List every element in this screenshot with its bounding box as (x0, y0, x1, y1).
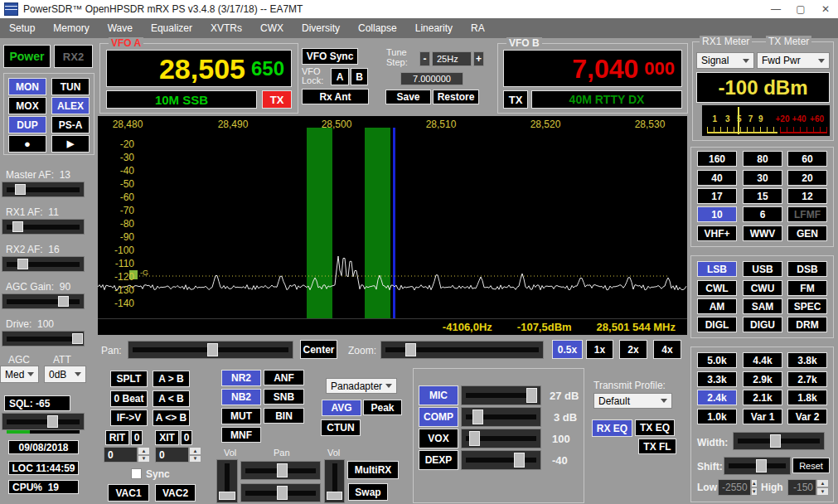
filter-1k-button[interactable]: 1.0k (697, 409, 737, 424)
mut-button[interactable]: MUT (221, 408, 261, 424)
comp-button[interactable]: COMP (419, 407, 458, 427)
spin-up-icon[interactable]: ▲ (816, 479, 829, 487)
tune-step-minus-button[interactable]: - (419, 51, 430, 66)
spin-up-icon[interactable]: ▲ (189, 447, 201, 455)
zoom-4x-button[interactable]: 4x (653, 340, 681, 359)
rit-button[interactable]: RIT (105, 430, 129, 445)
restore-button[interactable]: Restore (433, 90, 479, 104)
band-6-button[interactable]: 6 (743, 206, 782, 222)
menu-memory[interactable]: Memory (44, 18, 98, 38)
power-button[interactable]: Power (3, 45, 51, 68)
mode-usb-button[interactable]: USB (743, 261, 782, 277)
menu-ra[interactable]: RA (462, 18, 494, 38)
comp-slider[interactable] (461, 407, 541, 427)
alex-button[interactable]: ALEX (51, 97, 90, 114)
mode-lsb-button[interactable]: LSB (697, 261, 737, 277)
a-to-b-button[interactable]: A > B (153, 371, 190, 387)
filter-38k-button[interactable]: 3.8k (787, 352, 827, 368)
mode-dsb-button[interactable]: DSB (787, 261, 827, 277)
tx-eq-button[interactable]: TX EQ (635, 419, 675, 436)
pan-slider[interactable] (128, 341, 293, 359)
dexp-slider[interactable] (461, 450, 541, 470)
spin-down-icon[interactable]: ▼ (138, 455, 150, 463)
pan2-slider[interactable] (240, 483, 321, 502)
spin-up-icon[interactable]: ▲ (138, 447, 150, 455)
zoom-2x-button[interactable]: 2x (619, 340, 647, 359)
tx-meter-select[interactable]: Fwd Pwr (757, 52, 830, 69)
mon-button[interactable]: MON (8, 78, 46, 95)
mode-sam-button[interactable]: SAM (743, 298, 782, 314)
vol1-slider[interactable] (216, 459, 238, 503)
minimize-button[interactable]: — (763, 0, 788, 18)
menu-linearity[interactable]: Linearity (406, 18, 462, 38)
band-10-button[interactable]: 10 (697, 206, 737, 222)
width-slider[interactable] (733, 432, 825, 450)
psa-button[interactable]: PS-A (51, 116, 90, 133)
nb2-button[interactable]: NB2 (221, 389, 261, 405)
pan1-slider[interactable] (240, 461, 321, 480)
band-12-button[interactable]: 12 (787, 188, 827, 204)
save-button[interactable]: Save (385, 90, 431, 104)
mode-fm-button[interactable]: FM (787, 280, 827, 296)
sync-checkbox[interactable] (131, 468, 142, 479)
spin-down-icon[interactable]: ▼ (751, 487, 758, 496)
filter-var1-button[interactable]: Var 1 (743, 409, 782, 424)
spin-down-icon[interactable]: ▼ (816, 487, 829, 496)
shift-reset-button[interactable]: Reset (792, 458, 830, 473)
drive-slider[interactable] (2, 331, 85, 346)
vfo-a-tx-button[interactable]: TX (262, 90, 292, 109)
transmit-profile-select[interactable]: Default (593, 393, 672, 409)
if-to-vfo-button[interactable]: IF->V (110, 410, 148, 426)
vfo-a-frequency-display[interactable]: 28,505 650 (106, 50, 292, 87)
display-mode-select[interactable]: Panadapter (326, 378, 397, 394)
ctun-button[interactable]: CTUN (321, 419, 361, 436)
filter-5k-button[interactable]: 5.0k (697, 352, 737, 368)
xit-spinner[interactable]: 0 ▲▼ (155, 447, 201, 463)
avg-button[interactable]: AVG (322, 400, 361, 416)
split-button[interactable]: SPLT (110, 371, 148, 387)
band-wwv-button[interactable]: WWV (743, 225, 782, 241)
a-swap-b-button[interactable]: A <> B (153, 410, 190, 426)
band-vhf-button[interactable]: VHF+ (697, 225, 737, 241)
rx2-button[interactable]: RX2 (54, 45, 93, 68)
spin-up-icon[interactable]: ▲ (751, 479, 758, 487)
panadapter-display[interactable]: -G 28,480 28,490 28,500 28,510 28,520 28… (98, 116, 687, 335)
menu-cwx[interactable]: CWX (251, 18, 293, 38)
menu-xvtrs[interactable]: XVTRs (201, 18, 251, 38)
shift-slider[interactable] (724, 457, 791, 475)
zoom-05x-button[interactable]: 0.5x (552, 340, 583, 359)
filter-low-spinner[interactable]: -2550 ▲▼ (718, 479, 757, 496)
filter-var2-button[interactable]: Var 2 (787, 409, 827, 424)
zoom-1x-button[interactable]: 1x (586, 340, 613, 359)
mode-am-button[interactable]: AM (697, 298, 737, 314)
rx1-af-slider[interactable] (2, 219, 85, 235)
close-button[interactable]: ✕ (813, 0, 838, 18)
tx-fl-button[interactable]: TX FL (638, 439, 676, 454)
menu-diversity[interactable]: Diversity (293, 18, 349, 38)
mode-digl-button[interactable]: DIGL (697, 317, 737, 332)
agc-select[interactable]: Med (0, 366, 39, 383)
band-17-button[interactable]: 17 (697, 188, 737, 204)
band-15-button[interactable]: 15 (743, 188, 782, 204)
master-af-slider[interactable] (2, 182, 85, 197)
agc-gain-slider[interactable] (2, 293, 85, 309)
zoom-slider[interactable] (380, 341, 544, 359)
bin-button[interactable]: BIN (264, 408, 304, 424)
band-160-button[interactable]: 160 (697, 151, 737, 167)
band-20-button[interactable]: 20 (787, 170, 827, 186)
vfo-b-tx-button[interactable]: TX (503, 90, 528, 109)
vac2-button[interactable]: VAC2 (155, 484, 196, 502)
mode-drm-button[interactable]: DRM (787, 317, 827, 332)
mode-digu-button[interactable]: DIGU (743, 317, 782, 332)
rx1-meter-select[interactable]: Signal (696, 52, 754, 69)
menu-equalizer[interactable]: Equalizer (142, 18, 201, 38)
nr2-button[interactable]: NR2 (221, 370, 261, 386)
band-gen-button[interactable]: GEN (787, 225, 827, 241)
filter-27k-button[interactable]: 2.7k (787, 371, 827, 387)
rx2-af-slider[interactable] (2, 256, 85, 272)
vfo-lock-a-button[interactable]: A (331, 68, 349, 85)
center-button[interactable]: Center (300, 340, 337, 359)
maximize-button[interactable]: ▢ (788, 0, 813, 18)
spin-down-icon[interactable]: ▼ (189, 455, 201, 463)
filter-high-spinner[interactable]: -150 ▲▼ (787, 479, 829, 496)
